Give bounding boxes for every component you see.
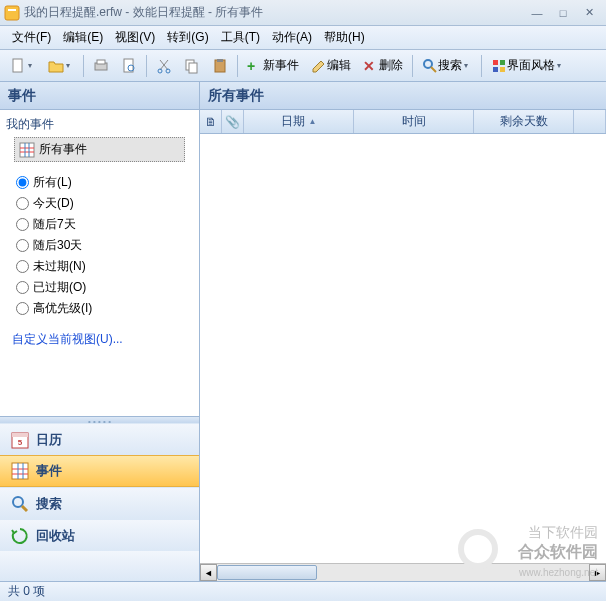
nav-recycle-label: 回收站 xyxy=(36,527,75,545)
scroll-track[interactable] xyxy=(217,565,589,580)
toolbar: ▾ ▾ +新事件 编辑 ✕删除 搜索▾ 界面风格▾ xyxy=(0,50,606,82)
menu-view[interactable]: 视图(V) xyxy=(109,27,161,48)
status-text: 共 0 项 xyxy=(8,583,45,600)
attachment-icon: 📎 xyxy=(225,115,240,129)
radio-next30-input[interactable] xyxy=(16,239,29,252)
custom-view-link[interactable]: 自定义当前视图(U)... xyxy=(6,327,193,352)
scroll-left-button[interactable]: ◄ xyxy=(200,564,217,581)
cut-button[interactable] xyxy=(151,55,177,77)
svg-rect-0 xyxy=(5,6,19,20)
radio-all-input[interactable] xyxy=(16,176,29,189)
print-preview-button[interactable] xyxy=(116,55,142,77)
nav-recycle[interactable]: 回收站 xyxy=(0,519,199,551)
svg-line-33 xyxy=(22,506,27,511)
close-button[interactable]: ✕ xyxy=(576,4,602,22)
tree-all-events[interactable]: 所有事件 xyxy=(14,137,185,162)
radio-expired-input[interactable] xyxy=(16,281,29,294)
scroll-thumb[interactable] xyxy=(217,565,317,580)
grid-icon xyxy=(19,142,35,158)
menu-goto[interactable]: 转到(G) xyxy=(161,27,214,48)
maximize-button[interactable]: □ xyxy=(550,4,576,22)
svg-rect-1 xyxy=(8,9,16,11)
col-icon1[interactable]: 🗎 xyxy=(200,110,222,133)
document-icon: 🗎 xyxy=(205,115,217,129)
radio-notexpired[interactable]: 未过期(N) xyxy=(6,256,193,277)
horizontal-scrollbar[interactable]: ◄ ► xyxy=(200,563,606,581)
nav-events-label: 事件 xyxy=(36,462,62,480)
print-button[interactable] xyxy=(88,55,114,77)
nav-search[interactable]: 搜索 xyxy=(0,487,199,519)
minimize-button[interactable]: — xyxy=(524,4,550,22)
new-file-button[interactable]: ▾ xyxy=(5,55,41,77)
main-panel: 所有事件 🗎 📎 日期▲ 时间 剩余天数 ◄ ► xyxy=(200,82,606,581)
svg-rect-27 xyxy=(12,463,28,479)
separator xyxy=(237,55,238,77)
separator xyxy=(83,55,84,77)
svg-rect-10 xyxy=(189,63,197,73)
scroll-right-button[interactable]: ► xyxy=(589,564,606,581)
statusbar: 共 0 项 xyxy=(0,581,606,601)
col-time[interactable]: 时间 xyxy=(354,110,474,133)
menu-edit[interactable]: 编辑(E) xyxy=(57,27,109,48)
radio-highpriority-input[interactable] xyxy=(16,302,29,315)
titlebar: 我的日程提醒.erfw - 效能日程提醒 - 所有事件 — □ ✕ xyxy=(0,0,606,26)
grid-header: 🗎 📎 日期▲ 时间 剩余天数 xyxy=(200,110,606,134)
svg-rect-12 xyxy=(217,59,223,62)
paste-button[interactable] xyxy=(207,55,233,77)
skin-label: 界面风格 xyxy=(507,57,555,74)
sidebar-nav: • • • • • 5 日历 事件 搜索 回收站 xyxy=(0,416,199,581)
col-date[interactable]: 日期▲ xyxy=(244,110,354,133)
edit-button[interactable]: 编辑 xyxy=(306,54,356,77)
calendar-icon: 5 xyxy=(10,430,30,450)
delete-button[interactable]: ✕删除 xyxy=(358,54,408,77)
content-area: 事件 我的事件 所有事件 所有(L) 今天(D) 随后7天 随后30天 未过期(… xyxy=(0,82,606,581)
svg-rect-16 xyxy=(500,60,505,65)
nav-calendar-label: 日历 xyxy=(36,431,62,449)
svg-rect-2 xyxy=(13,59,22,72)
svg-point-13 xyxy=(424,60,432,68)
col-days[interactable]: 剩余天数 xyxy=(474,110,574,133)
radio-notexpired-input[interactable] xyxy=(16,260,29,273)
svg-rect-17 xyxy=(493,67,498,72)
skin-button[interactable]: 界面风格▾ xyxy=(486,54,570,77)
menu-tools[interactable]: 工具(T) xyxy=(215,27,266,48)
new-event-label: 新事件 xyxy=(263,57,299,74)
radio-today-input[interactable] xyxy=(16,197,29,210)
grid-body[interactable] xyxy=(200,134,606,563)
col-icon2[interactable]: 📎 xyxy=(222,110,244,133)
sidebar-upper: 我的事件 所有事件 所有(L) 今天(D) 随后7天 随后30天 未过期(N) … xyxy=(0,110,199,416)
svg-rect-19 xyxy=(20,143,34,157)
separator xyxy=(146,55,147,77)
radio-next7[interactable]: 随后7天 xyxy=(6,214,193,235)
nav-extra-space xyxy=(0,551,199,581)
search-label: 搜索 xyxy=(438,57,462,74)
copy-button[interactable] xyxy=(179,55,205,77)
nav-events[interactable]: 事件 xyxy=(0,455,199,487)
menubar: 文件(F) 编辑(E) 视图(V) 转到(G) 工具(T) 动作(A) 帮助(H… xyxy=(0,26,606,50)
radio-next30[interactable]: 随后30天 xyxy=(6,235,193,256)
radio-next7-input[interactable] xyxy=(16,218,29,231)
radio-all[interactable]: 所有(L) xyxy=(6,172,193,193)
menu-file[interactable]: 文件(F) xyxy=(6,27,57,48)
menu-action[interactable]: 动作(A) xyxy=(266,27,318,48)
radio-highpriority[interactable]: 高优先级(I) xyxy=(6,298,193,319)
sidebar-header: 事件 xyxy=(0,82,199,110)
window-title: 我的日程提醒.erfw - 效能日程提醒 - 所有事件 xyxy=(24,4,524,21)
radio-today[interactable]: 今天(D) xyxy=(6,193,193,214)
sidebar: 事件 我的事件 所有事件 所有(L) 今天(D) 随后7天 随后30天 未过期(… xyxy=(0,82,200,581)
menu-help[interactable]: 帮助(H) xyxy=(318,27,371,48)
edit-label: 编辑 xyxy=(327,57,351,74)
radio-expired[interactable]: 已过期(O) xyxy=(6,277,193,298)
recycle-icon xyxy=(10,526,30,546)
my-events-label: 我的事件 xyxy=(6,114,193,135)
separator xyxy=(481,55,482,77)
svg-rect-15 xyxy=(493,60,498,65)
nav-calendar[interactable]: 5 日历 xyxy=(0,423,199,455)
svg-point-32 xyxy=(13,497,23,507)
new-event-button[interactable]: +新事件 xyxy=(242,54,304,77)
col-extra[interactable] xyxy=(574,110,606,133)
search-button[interactable]: 搜索▾ xyxy=(417,54,477,77)
open-button[interactable]: ▾ xyxy=(43,55,79,77)
svg-rect-25 xyxy=(12,433,28,437)
app-icon xyxy=(4,5,20,21)
